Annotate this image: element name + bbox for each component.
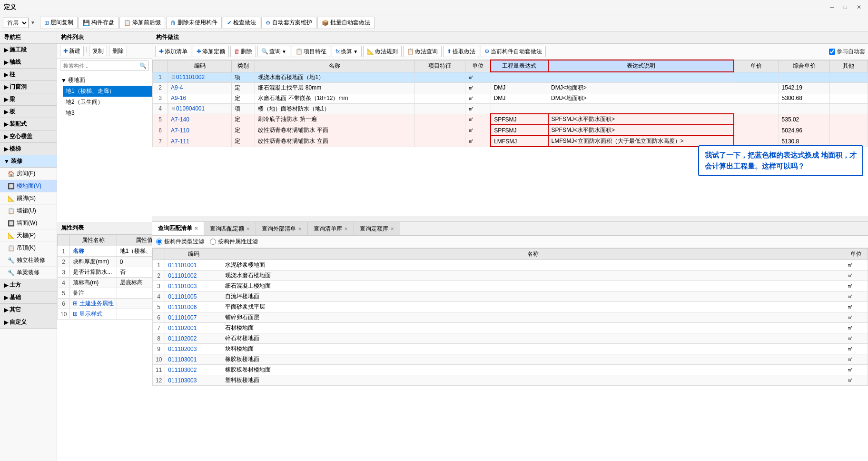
method-row-5[interactable]: 5 A7-140 定 刷冷底子油防水 第一遍 ㎡ SPFSMJ SPFSMJ<水… [153,114,868,125]
method-table: 编码 类别 名称 项目特征 单位 工程量表达式 表达式说明 单价 综合单价 其他 [152,60,868,216]
tab-match-clearlist[interactable]: 查询匹配清单 ✕ [152,222,204,235]
btcol-num [153,249,165,260]
delete-component-btn[interactable]: 删除 [109,46,127,56]
method-row-3[interactable]: 3 A9-16 定 水磨石地面 不带嵌条（18+12）mm ㎡ DMJ DMJ<… [153,93,868,103]
prop-col-value: 属性值 [117,235,152,246]
col-price: 单价 [734,60,779,72]
nav-item-earthwork[interactable]: ▶ 土方 [0,279,57,291]
nav-item-beam[interactable]: ▶ 梁 [0,93,57,106]
bottom-table-row[interactable]: 2 011101002 现浇水磨石楼地面 ㎡ [153,271,868,281]
nav-item-slab[interactable]: ▶ 板 [0,106,57,118]
component-search-input[interactable] [60,61,138,70]
participate-checkbox[interactable] [829,49,835,55]
col-code: 编码 [168,60,232,72]
component-list-panel: 构件列表 ✚ 新建 | 复制 删除 🔍 ▼ [57,31,152,222]
tab-close-2[interactable]: ✕ [246,226,250,231]
nav-item-wall-face[interactable]: 🔲 墙面(W) [0,217,57,230]
add-clearlist-btn[interactable]: ✚ 添加清单 [155,46,191,57]
new-component-btn[interactable]: ✚ 新建 [60,46,84,56]
nav-item-floor-finish[interactable]: 🔲 楼地面(V) [0,180,57,192]
calculate-btn[interactable]: fx 换算 ▼ [332,46,362,57]
project-feature-btn[interactable]: 📋 项目特征 [292,46,330,57]
bottom-table-row[interactable]: 3 011101003 细石混凝土楼地面 ㎡ [153,281,868,291]
extract-method-btn[interactable]: ⬆ 提取做法 [443,46,479,57]
bottom-table-row[interactable]: 4 011101005 自流坪楼地面 ㎡ [153,291,868,302]
nav-item-beam-decor[interactable]: 🔧 单梁装修 [0,267,57,279]
nav-item-door-window[interactable]: ▶ 门窗洞 [0,81,57,93]
nav-item-dado[interactable]: 📋 墙裙(U) [0,205,57,217]
minimize-btn[interactable]: ─ [827,3,837,11]
nav-item-custom[interactable]: ▶ 自定义 [0,316,57,329]
query-method-btn[interactable]: 🔍 查询 ▼ [257,46,290,57]
nav-item-construction[interactable]: ▶ 施工段 [0,44,57,56]
maximize-btn[interactable]: □ [841,3,850,11]
delete-icon: 🗑 [170,20,176,26]
tab-close-3[interactable]: ✕ [298,226,302,231]
title-bar-right[interactable]: ─ □ ✕ [827,3,864,11]
tree-item-floor-finish-group[interactable]: ▼ 楼地面 [57,75,152,86]
method-row-1[interactable]: 1 ⊟ 011101002 项 现浇水磨石楼地面（地1） ㎡ [153,72,868,82]
nav-item-ceiling[interactable]: 📐 天棚(P) [0,230,57,242]
nav-item-skirting[interactable]: 📐 踢脚(S) [0,192,57,205]
bottom-table-row[interactable]: 10 011103001 橡胶板楼地面 ㎡ [153,354,868,365]
bottom-table-row[interactable]: 5 011101006 平面砂浆找平层 ㎡ [153,302,868,312]
bottom-table-row[interactable]: 12 011103003 塑料板楼地面 ㎡ [153,375,868,386]
delete-unused-btn[interactable]: 🗑 删除未使用构件 [166,17,222,29]
tree-item-floor2[interactable]: 地2（卫生间） [63,97,152,108]
nav-item-decoration[interactable]: ▼ 装修 [0,155,57,168]
participate-checkbox-group[interactable]: 参与自动套 [829,46,865,57]
nav-item-hollow[interactable]: ▶ 空心楼盖 [0,130,57,143]
method-scrollbar[interactable] [152,216,868,221]
nav-item-foundation[interactable]: ▶ 基础 [0,291,57,304]
tree-item-floor3[interactable]: 地3 [63,108,152,119]
close-btn[interactable]: ✕ [854,3,864,11]
nav-item-col-decor[interactable]: 🔧 独立柱装修 [0,254,57,267]
component-search[interactable]: 🔍 [60,60,149,71]
save-component-btn[interactable]: 💾 构件存盘 [79,17,118,29]
nav-item-stairs[interactable]: ▶ 楼梯 [0,143,57,155]
btcol-unit: 单位 [844,249,868,260]
floor-finish-icon: 🔲 [8,183,15,190]
nav-item-axis[interactable]: ▶ 轴线 [0,56,57,69]
add-prefix-btn[interactable]: 📋 添加前后缀 [119,17,165,29]
current-auto-btn[interactable]: ⚙ 当前构件自动套做法 [481,46,546,57]
method-row-4[interactable]: 4 ⊟ 010904001 项 楼（地）面卷材防水（地1） ㎡ [153,103,868,114]
tab-external-clear[interactable]: 查询外部清单 ✕ [256,222,308,235]
tab-quota-db[interactable]: 查询定额库 ✕ [354,222,400,235]
tab-clearlist-db[interactable]: 查询清单库 ✕ [308,222,354,235]
tab-close-1[interactable]: ✕ [194,226,198,231]
add-quota-btn[interactable]: ✚ 添加定额 [193,46,229,57]
component-method-header: 构件做法 [152,31,868,44]
bottom-table-row[interactable]: 1 011101001 水泥砂浆楼地面 ㎡ [153,260,868,271]
nav-item-other[interactable]: ▶ 其它 [0,304,57,316]
nav-item-suspended[interactable]: 📋 吊顶(K) [0,242,57,254]
batch-auto-btn[interactable]: 📦 批量自动套做法 [317,17,375,29]
copy-floor-btn[interactable]: ⊞ 层间复制 [40,17,78,29]
tab-match-quota[interactable]: 查询匹配定额 ✕ [204,222,256,235]
auto-maintain-btn[interactable]: ⚙ 自动套方案维护 [261,17,316,29]
tree-item-floor1[interactable]: 地1（楼梯、走廊） [63,86,152,97]
floor-dropdown[interactable]: 首层 二层 三层 [3,18,29,28]
filter-by-type[interactable]: 按构件类型过滤 [156,238,204,246]
col-feature: 项目特征 [414,60,465,72]
method-query-btn[interactable]: 📋 做法查询 [403,46,442,57]
bottom-table-row[interactable]: 8 011102002 碎石材楼地面 ㎡ [153,333,868,344]
bottom-table-row[interactable]: 7 011102001 石材楼地面 ㎡ [153,323,868,333]
floor-selector[interactable]: 首层 二层 三层 ▼ [3,18,35,28]
col-expr: 工程量表达式 [491,60,548,72]
nav-item-prefab[interactable]: ▶ 装配式 [0,118,57,130]
tab-close-5[interactable]: ✕ [390,226,394,231]
method-row-6[interactable]: 6 A7-110 定 改性沥青卷材满铺防水 平面 ㎡ SPFSMJ SPFSMJ… [153,125,868,136]
bottom-table-row[interactable]: 11 011103002 橡胶板卷材楼地面 ㎡ [153,365,868,375]
copy-component-btn[interactable]: 复制 [89,46,107,56]
filter-by-property[interactable]: 按构件属性过滤 [210,238,258,246]
delete-method-btn[interactable]: 🗑 删除 [230,46,256,57]
nav-item-column[interactable]: ▶ 柱 [0,69,57,81]
bottom-table-row[interactable]: 6 011101007 铺碎卵石面层 ㎡ [153,312,868,323]
method-rule-btn[interactable]: 📐 做法规则 [363,46,402,57]
nav-item-room[interactable]: 🏠 房间(F) [0,168,57,180]
bottom-table-row[interactable]: 9 011102003 块料楼地面 ㎡ [153,344,868,354]
tab-close-4[interactable]: ✕ [344,226,348,231]
method-row-2[interactable]: 2 A9-4 定 细石混凝土找平层 80mm ㎡ DMJ DMJ<地面积> 15… [153,82,868,93]
check-method-btn[interactable]: ✔ 检查做法 [223,17,260,29]
